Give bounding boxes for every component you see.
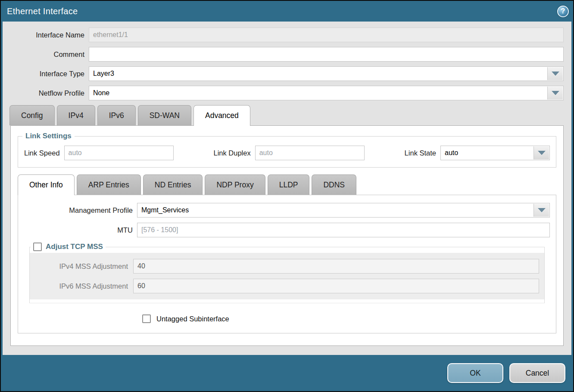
interface-type-value: Layer3 (89, 67, 547, 81)
ipv6-mss-row: IPv6 MSS Adjustment (30, 279, 544, 293)
link-state-value: auto (441, 146, 533, 160)
interface-name-row: Interface Name (3, 28, 564, 42)
comment-row: Comment (3, 47, 564, 62)
ethernet-interface-dialog: Ethernet Interface ? Interface Name Comm… (0, 0, 574, 392)
tab-arp-entries[interactable]: ARP Entries (77, 174, 141, 195)
interface-type-select[interactable]: Layer3 (89, 66, 564, 81)
dialog-body: Interface Name Comment Interface Type La… (3, 22, 571, 355)
chevron-down-icon (552, 91, 559, 95)
link-settings-row: Link Speed Link Duplex Link State auto (22, 145, 552, 160)
mss-disabled-box: IPv4 MSS Adjustment IPv6 MSS Adjustment (30, 253, 544, 299)
comment-label: Comment (3, 50, 89, 59)
tab-ddns[interactable]: DDNS (312, 174, 356, 195)
ipv6-mss-field (133, 279, 539, 293)
adjust-tcp-mss-group: Adjust TCP MSS IPv4 MSS Adjustment IPv6 … (29, 243, 545, 303)
link-duplex-group: Link Duplex (213, 146, 364, 160)
tab-advanced[interactable]: Advanced (193, 105, 250, 126)
comment-field[interactable] (89, 47, 564, 62)
link-speed-field[interactable] (64, 146, 174, 160)
untagged-subinterface-label: Untagged Subinterface (156, 315, 229, 323)
interface-type-label: Interface Type (3, 70, 89, 78)
tab-lldp[interactable]: LLDP (268, 174, 310, 195)
top-form: Interface Name Comment Interface Type La… (3, 22, 571, 100)
other-info-panel: Management Profile Mgmt_Services MTU (18, 195, 556, 333)
tab-ndp-proxy[interactable]: NDP Proxy (205, 174, 265, 195)
ipv4-mss-label: IPv4 MSS Adjustment (30, 262, 133, 271)
adjust-tcp-mss-legend: Adjust TCP MSS (31, 243, 106, 251)
link-state-dropdown-button[interactable] (533, 146, 549, 159)
management-profile-label: Management Profile (18, 206, 137, 215)
link-duplex-field[interactable] (255, 146, 365, 160)
tab-nd-entries[interactable]: ND Entries (143, 174, 203, 195)
netflow-profile-value: None (89, 86, 547, 100)
ipv4-mss-field (133, 259, 539, 274)
interface-name-field (89, 28, 564, 42)
help-icon[interactable]: ? (557, 6, 569, 17)
dialog-titlebar: Ethernet Interface ? (1, 1, 573, 22)
untagged-subinterface-row: Untagged Subinterface (142, 314, 556, 323)
chevron-down-icon (552, 72, 559, 76)
link-speed-group: Link Speed (24, 146, 174, 160)
tab-ipv6[interactable]: IPv6 (97, 105, 136, 125)
interface-type-dropdown-button[interactable] (547, 67, 563, 80)
untagged-subinterface-checkbox[interactable] (142, 314, 151, 323)
chevron-down-icon (538, 151, 546, 155)
netflow-profile-select[interactable]: None (89, 86, 564, 100)
mtu-row: MTU (18, 223, 556, 237)
management-profile-dropdown-button[interactable] (533, 204, 549, 217)
adjust-tcp-mss-legend-text: Adjust TCP MSS (46, 243, 103, 251)
netflow-profile-dropdown-button[interactable] (547, 87, 563, 100)
main-tabbar: Config IPv4 IPv6 SD-WAN Advanced (3, 105, 571, 125)
dialog-title: Ethernet Interface (7, 6, 78, 16)
interface-name-label: Interface Name (3, 31, 89, 39)
tab-other-info[interactable]: Other Info (18, 174, 75, 195)
link-settings-group: Link Settings Link Speed Link Duplex Lin… (18, 132, 556, 168)
chevron-down-icon (538, 208, 546, 212)
link-speed-label: Link Speed (24, 149, 64, 157)
adjust-tcp-mss-checkbox[interactable] (33, 243, 42, 251)
mtu-label: MTU (18, 226, 137, 234)
link-state-group: Link State auto (405, 146, 550, 160)
link-settings-legend: Link Settings (22, 132, 75, 140)
cancel-button[interactable]: Cancel (509, 363, 565, 383)
tab-config[interactable]: Config (9, 105, 55, 125)
management-profile-value: Mgmt_Services (137, 203, 533, 217)
mtu-field[interactable] (137, 223, 550, 237)
ok-button[interactable]: OK (447, 363, 503, 383)
ipv4-mss-row: IPv4 MSS Adjustment (30, 259, 544, 274)
advanced-tab-panel: Link Settings Link Speed Link Duplex Lin… (10, 125, 564, 346)
inner-tabbar: Other Info ARP Entries ND Entries NDP Pr… (11, 174, 563, 195)
management-profile-select[interactable]: Mgmt_Services (137, 203, 550, 218)
dialog-footer: OK Cancel (1, 355, 573, 391)
link-state-select[interactable]: auto (440, 146, 550, 160)
ipv6-mss-label: IPv6 MSS Adjustment (30, 282, 133, 290)
link-duplex-label: Link Duplex (213, 149, 255, 157)
link-state-label: Link State (405, 149, 440, 157)
tab-sdwan[interactable]: SD-WAN (138, 105, 191, 125)
tab-ipv4[interactable]: IPv4 (57, 105, 95, 125)
management-profile-row: Management Profile Mgmt_Services (18, 203, 556, 218)
interface-type-row: Interface Type Layer3 (3, 66, 564, 81)
netflow-profile-row: Netflow Profile None (3, 86, 564, 100)
netflow-profile-label: Netflow Profile (3, 89, 89, 97)
